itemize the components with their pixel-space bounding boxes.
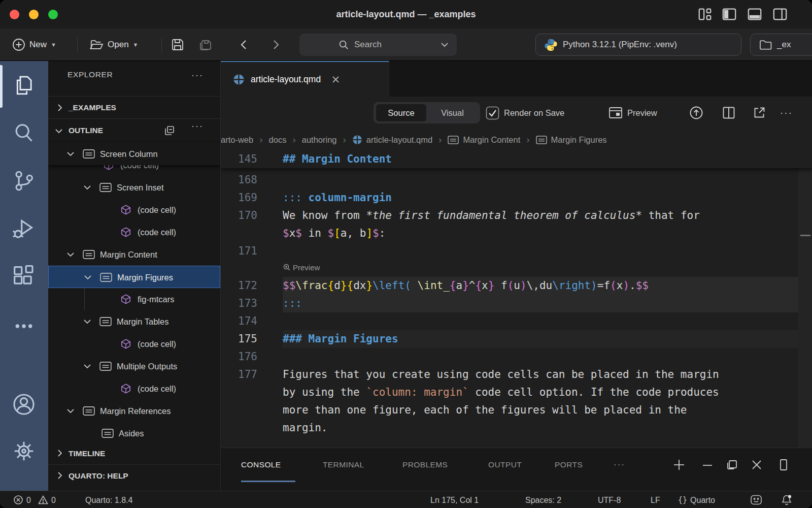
preview-button-label: Preview xyxy=(627,108,657,118)
explorer-icon[interactable] xyxy=(12,73,36,98)
toggle-bottom-panel-icon[interactable] xyxy=(747,7,762,22)
quarto-version-status[interactable]: Quarto: 1.8.4 xyxy=(85,491,132,508)
indentation-status[interactable]: Spaces: 2 xyxy=(525,491,561,508)
outline-item--code-cell-[interactable]: (code cell) xyxy=(48,333,220,355)
section-timeline[interactable]: TIMELINE xyxy=(48,442,220,464)
panel-maximize-icon[interactable] xyxy=(776,457,791,472)
panel-tab-ports[interactable]: PORTS xyxy=(555,448,583,482)
panel-tab-output[interactable]: OUTPUT xyxy=(488,448,522,482)
outline-item-margin-figures[interactable]: Margin Figures xyxy=(48,266,220,288)
extensions-icon[interactable] xyxy=(12,264,36,289)
app-window: article-layout.qmd — _examples New ▼ Ope… xyxy=(0,0,812,508)
breadcrumb-label: arto-web xyxy=(221,135,253,145)
source-control-icon[interactable] xyxy=(12,169,36,193)
code-text: by using the `column: margin` code cell … xyxy=(283,384,719,401)
outline-item-margin-references[interactable]: Margin References xyxy=(48,400,220,422)
settings-gear-icon[interactable] xyxy=(12,439,36,463)
breadcrumb-item[interactable]: article-layout.qmd xyxy=(352,135,432,145)
editor-scrollbar[interactable] xyxy=(798,150,812,448)
breadcrumb-item[interactable]: arto-web xyxy=(221,135,253,145)
feedback-smiley-icon xyxy=(750,494,762,506)
tab-article-layout[interactable]: article-layout.qmd xyxy=(221,61,389,97)
outline-item-multiple-outputs[interactable]: Multiple Outputs xyxy=(48,355,220,377)
notifications-status[interactable] xyxy=(781,491,793,508)
folder-icon xyxy=(759,39,772,50)
chevron-down-icon xyxy=(66,406,75,416)
render-on-save-checkbox[interactable]: Render on Save xyxy=(486,97,564,129)
chevron-down-icon xyxy=(55,127,63,135)
section-examples[interactable]: _EXAMPLES xyxy=(48,97,220,119)
code-editor[interactable]: Preview 145## Margin Content168169::: co… xyxy=(221,150,812,448)
line-number: 176 xyxy=(221,348,257,366)
workspace-selector[interactable]: _ex xyxy=(750,34,812,56)
panel-add-icon[interactable] xyxy=(671,457,687,472)
breadcrumb-item[interactable]: authoring xyxy=(302,135,337,145)
outline-item--code-cell-[interactable]: (code cell) xyxy=(48,377,220,400)
close-tab-icon[interactable] xyxy=(332,76,340,83)
run-debug-icon[interactable] xyxy=(12,216,36,241)
outline-item--code-cell-[interactable]: (code cell) xyxy=(48,199,220,221)
open-button[interactable]: Open ▼ xyxy=(89,28,138,61)
customize-layout-icon[interactable] xyxy=(697,7,713,22)
split-editor-button[interactable] xyxy=(722,97,735,129)
source-mode-button[interactable]: Source xyxy=(376,104,426,121)
preview-button[interactable]: Preview xyxy=(608,97,657,129)
interpreter-label: Python 3.12.1 (PipEnv: .venv) xyxy=(563,40,677,50)
interpreter-selector[interactable]: Python 3.12.1 (PipEnv: .venv) xyxy=(535,34,741,56)
breadcrumb-item[interactable]: Margin Content xyxy=(448,135,520,145)
editor-area: article-layout.qmd Source Visual Render … xyxy=(220,61,812,491)
account-icon[interactable] xyxy=(12,392,36,417)
outline-item-screen-column[interactable]: Screen Column xyxy=(48,143,220,165)
outline-item-asides[interactable]: Asides xyxy=(48,422,220,444)
navigate-back-button[interactable] xyxy=(239,28,250,61)
breadcrumb-item[interactable]: Margin Figures xyxy=(536,135,607,145)
search-input[interactable]: Search xyxy=(299,34,457,56)
outline-item--code-cell-[interactable]: (code cell) xyxy=(48,221,220,243)
panel-more-tabs-icon[interactable]: ··· xyxy=(614,448,625,482)
panel-tab-console[interactable]: CONSOLE xyxy=(241,448,281,482)
panel-restore-icon[interactable] xyxy=(725,457,740,472)
panel-tab-problems[interactable]: PROBLEMS xyxy=(402,448,448,482)
panel-minimize-icon[interactable] xyxy=(700,457,715,472)
search-view-icon[interactable] xyxy=(12,121,36,145)
editor-more-actions-icon[interactable]: ··· xyxy=(780,97,793,129)
chevron-down-icon xyxy=(83,183,92,192)
search-icon xyxy=(338,39,349,50)
feedback-status[interactable] xyxy=(750,491,762,508)
collapse-all-icon[interactable] xyxy=(164,125,175,136)
section-symbol-icon xyxy=(536,136,547,144)
math-preview-codelens[interactable]: Preview xyxy=(283,260,320,275)
title-bar: article-layout.qmd — _examples xyxy=(0,0,812,28)
problems-status[interactable]: 0 0 xyxy=(13,491,56,508)
save-all-button[interactable] xyxy=(198,28,213,61)
language-mode-status[interactable]: {} Quarto xyxy=(678,491,715,508)
navigate-forward-button[interactable] xyxy=(270,28,281,61)
toggle-left-sidebar-icon[interactable] xyxy=(722,7,737,22)
publish-button[interactable] xyxy=(689,97,704,129)
toggle-right-sidebar-icon[interactable] xyxy=(772,7,788,22)
save-button[interactable] xyxy=(171,28,185,61)
section-outline[interactable]: OUTLINE ··· xyxy=(48,119,220,142)
outline-item-fig-mtcars[interactable]: fig-mtcars xyxy=(48,288,220,310)
open-in-new-window-button[interactable] xyxy=(753,97,766,129)
editor-action-bar: Source Visual Render on Save Preview ··· xyxy=(221,97,812,129)
outline-item-screen-inset[interactable]: Screen Inset xyxy=(48,176,220,199)
code-text: ::: xyxy=(283,295,302,312)
status-bar: 0 0 Quarto: 1.8.4 Ln 175, Col 1 Spaces: … xyxy=(0,491,812,508)
eol-status[interactable]: LF xyxy=(651,491,660,508)
section-quarto-help[interactable]: QUARTO: HELP xyxy=(48,465,220,487)
breadcrumb-item[interactable]: docs xyxy=(269,135,287,145)
breadcrumb-label: authoring xyxy=(302,135,337,145)
encoding-status[interactable]: UTF-8 xyxy=(598,491,621,508)
outline-item-margin-tables[interactable]: Margin Tables xyxy=(48,310,220,333)
visual-mode-button[interactable]: Visual xyxy=(427,104,478,121)
new-button[interactable]: New ▼ xyxy=(12,28,56,61)
cursor-position-status[interactable]: Ln 175, Col 1 xyxy=(430,491,479,508)
outline-item-margin-content[interactable]: Margin Content xyxy=(48,243,220,266)
editor-tab-strip: article-layout.qmd xyxy=(221,61,812,97)
explorer-more-actions-icon[interactable]: ··· xyxy=(191,70,204,81)
panel-close-icon[interactable] xyxy=(749,457,764,472)
outline-more-actions-icon[interactable]: ··· xyxy=(191,121,204,132)
more-views-icon[interactable] xyxy=(12,314,36,338)
panel-tab-terminal[interactable]: TERMINAL xyxy=(323,448,364,482)
